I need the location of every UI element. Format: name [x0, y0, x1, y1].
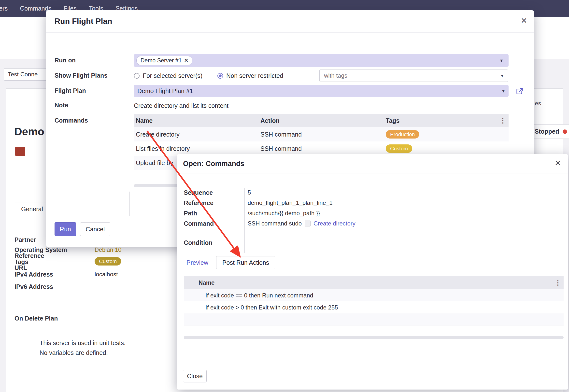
- nav-item-servers[interactable]: Servers: [0, 5, 8, 12]
- close-icon[interactable]: ✕: [521, 17, 527, 25]
- tag-badge-production: Production: [386, 130, 419, 139]
- flight-plan-select[interactable]: Demo Flight Plan #1 ▾: [134, 85, 509, 97]
- table-row[interactable]: If exit code == 0 then Run next command: [184, 289, 564, 301]
- radio-label-non-server-restricted[interactable]: Non server restricted: [226, 72, 283, 79]
- value-reference: demo_flight_plan_1_plan_line_1: [248, 199, 333, 206]
- header-divider: [177, 173, 568, 173]
- header-divider: [46, 32, 534, 33]
- label-ipv6: IPv6 Address: [14, 283, 53, 290]
- value-operating-system[interactable]: Debian 10: [95, 246, 121, 253]
- checkbox[interactable]: [305, 221, 311, 226]
- tab-preview[interactable]: Preview: [183, 256, 212, 269]
- label-flight-plan: Flight Plan: [55, 87, 86, 94]
- external-link-icon[interactable]: [516, 87, 523, 95]
- table-row[interactable]: List files in directory SSH command Cust…: [134, 141, 509, 156]
- with-tags-select[interactable]: with tags ▾: [319, 70, 508, 82]
- label-note: Note: [55, 102, 68, 109]
- label-sequence: Sequence: [184, 189, 213, 196]
- with-tags-placeholder: with tags: [324, 72, 347, 79]
- value-command: SSH command sudo Create directory: [248, 220, 356, 227]
- server-note-line-1: This server is used in unit tests.: [40, 339, 126, 347]
- cell-name: Create directory: [134, 131, 260, 138]
- divider-line: [129, 192, 130, 216]
- label-on-delete-plan: On Delete Plan: [14, 315, 58, 322]
- label-run-on: Run on: [55, 57, 76, 64]
- notebook-tabs: Preview Post Run Actions: [183, 256, 275, 269]
- color-swatch[interactable]: [15, 147, 25, 156]
- tab-post-run-actions[interactable]: Post Run Actions: [216, 256, 275, 269]
- command-text: SSH command sudo: [248, 220, 302, 227]
- tag-badge-custom[interactable]: Custom: [95, 257, 121, 266]
- cell-name: List files in directory: [134, 145, 260, 152]
- chip-remove-icon[interactable]: ✕: [184, 57, 188, 63]
- column-header-name[interactable]: Name: [199, 279, 214, 286]
- tag-badge-custom: Custom: [386, 144, 412, 153]
- label-tags: Tags: [14, 258, 28, 266]
- commands-modal-title: Open: Commands: [183, 160, 244, 168]
- label-partner: Partner: [14, 236, 36, 243]
- flight-plan-value: Demo Flight Plan #1: [137, 87, 193, 95]
- label-show-flight-plans: Show Flight Plans: [55, 72, 107, 79]
- chevron-down-icon: ▾: [500, 57, 503, 63]
- kebab-menu-icon[interactable]: ⋮: [500, 117, 506, 125]
- label-command: Command: [184, 220, 214, 227]
- flight-plan-note: Create directory and list its content: [134, 102, 228, 109]
- server-title: Demo: [14, 126, 44, 138]
- table-row-empty: [184, 313, 564, 325]
- column-header-name[interactable]: Name: [134, 117, 260, 124]
- label-condition: Condition: [184, 239, 213, 246]
- cell-tags: Custom: [386, 144, 509, 153]
- truncated-text: es: [535, 100, 541, 107]
- table-header-row: Name Action Tags ⋮: [134, 114, 509, 127]
- close-button[interactable]: Close: [183, 370, 207, 382]
- cancel-button[interactable]: Cancel: [80, 222, 110, 236]
- label-ipv4: IPv4 Address: [14, 271, 53, 278]
- chevron-down-icon: ▾: [501, 73, 503, 79]
- cell-action: SSH command: [260, 131, 386, 138]
- field-column-divider: [89, 234, 89, 325]
- server-chip[interactable]: Demo Server #1 ✕: [136, 56, 192, 65]
- cell-action: SSH command: [260, 145, 386, 152]
- radio-non-server-restricted[interactable]: [217, 73, 223, 79]
- column-header-tags[interactable]: Tags: [386, 117, 509, 124]
- value-ipv4: localhost: [95, 271, 118, 278]
- table-row[interactable]: Create directory SSH command Production: [134, 127, 509, 141]
- status-label: Stopped: [535, 128, 559, 135]
- table-row[interactable]: If exit code > 0 then Exit with custom e…: [184, 301, 564, 313]
- value-path: /such/much/{{ demo_path }}: [248, 210, 320, 217]
- server-chip-label: Demo Server #1: [141, 57, 182, 64]
- run-on-multiselect[interactable]: Demo Server #1 ✕ ▾: [134, 54, 509, 67]
- close-icon[interactable]: ✕: [555, 159, 561, 167]
- radio-for-selected-servers[interactable]: [134, 73, 140, 79]
- column-header-action[interactable]: Action: [260, 117, 386, 124]
- status-dot-red-icon: [563, 129, 567, 134]
- run-modal-title: Run Flight Plan: [55, 17, 112, 26]
- post-run-actions-table: Name ⋮ If exit code == 0 then Run next c…: [184, 276, 564, 325]
- label-operating-system: Operating System: [14, 246, 67, 253]
- value-sequence: 5: [248, 189, 251, 196]
- table-header-row: Name ⋮: [184, 276, 564, 289]
- label-path: Path: [184, 210, 197, 217]
- kebab-menu-icon[interactable]: ⋮: [555, 279, 561, 287]
- open-commands-modal: Open: Commands ✕ Sequence 5 Reference de…: [177, 154, 568, 390]
- label-commands: Commands: [55, 117, 88, 124]
- horizontal-scrollbar[interactable]: [184, 336, 564, 339]
- radio-label-selected-servers[interactable]: For selected server(s): [143, 72, 202, 79]
- label-reference: Reference: [184, 199, 213, 207]
- chevron-down-icon: ▾: [502, 88, 505, 94]
- cell-tags: Production: [386, 130, 509, 139]
- server-note-line-2: No variables are defined.: [40, 349, 108, 356]
- create-directory-link[interactable]: Create directory: [313, 220, 356, 227]
- run-button[interactable]: Run: [55, 222, 76, 236]
- test-connection-button[interactable]: Test Conne: [4, 68, 49, 81]
